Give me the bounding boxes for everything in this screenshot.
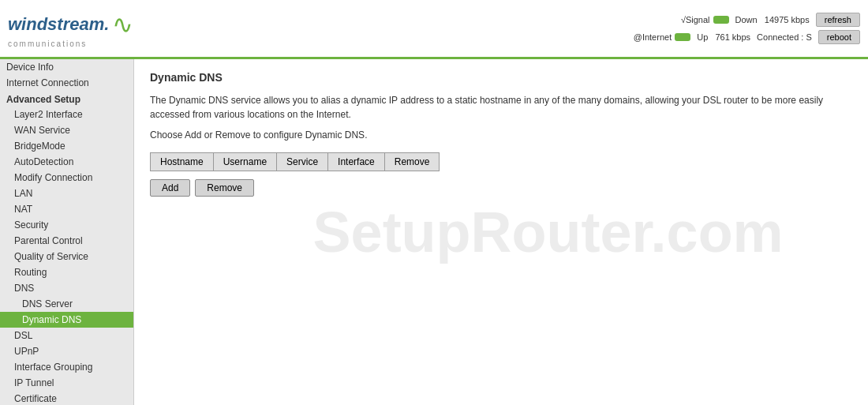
col-interface: Interface bbox=[328, 153, 385, 171]
up-label: Up bbox=[697, 32, 708, 42]
internet-label: @Internet bbox=[634, 32, 672, 42]
sidebar-item-internet-connection[interactable]: Internet Connection bbox=[0, 75, 133, 91]
page-title: Dynamic DNS bbox=[150, 71, 852, 84]
signal-dot bbox=[713, 16, 729, 24]
logo-text: windstream. bbox=[8, 14, 109, 35]
down-speed: 14975 kbps bbox=[765, 15, 810, 24]
sidebar-item-layer2[interactable]: Layer2 Interface bbox=[0, 107, 133, 122]
dns-table: Hostname Username Service Interface Remo… bbox=[150, 152, 440, 171]
internet-dot bbox=[675, 33, 690, 41]
sidebar-item-device-info[interactable]: Device Info bbox=[0, 59, 133, 75]
header-right: √Signal Down 14975 kbps refresh @Interne… bbox=[634, 13, 860, 44]
signal-status: √Signal bbox=[681, 15, 729, 24]
sidebar-section-advanced: Advanced Setup bbox=[0, 91, 133, 107]
sidebar-item-qos[interactable]: Quality of Service bbox=[0, 249, 133, 264]
sidebar-item-wan[interactable]: WAN Service bbox=[0, 122, 133, 138]
add-button[interactable]: Add bbox=[150, 179, 190, 197]
sidebar-item-dsl[interactable]: DSL bbox=[0, 328, 133, 343]
sidebar-item-bridgemode[interactable]: BridgeMode bbox=[0, 138, 133, 154]
sidebar-item-certificate[interactable]: Certificate bbox=[0, 391, 133, 405]
down-label: Down bbox=[735, 15, 758, 24]
sidebar: Device Info Internet Connection Advanced… bbox=[0, 59, 134, 405]
internet-status: @Internet bbox=[634, 32, 690, 42]
speed-info: Down 14975 kbps bbox=[735, 15, 810, 24]
logo-sub: communications bbox=[8, 39, 87, 48]
col-service: Service bbox=[277, 153, 328, 171]
header: windstream. ∿ communications √Signal Dow… bbox=[0, 0, 868, 59]
sidebar-item-security[interactable]: Security bbox=[0, 217, 133, 233]
sidebar-item-autodetection[interactable]: AutoDetection bbox=[0, 154, 133, 170]
sidebar-item-modify-connection[interactable]: Modify Connection bbox=[0, 170, 133, 186]
sidebar-item-upnp[interactable]: UPnP bbox=[0, 343, 133, 359]
layout: Device Info Internet Connection Advanced… bbox=[0, 59, 868, 405]
sidebar-item-parental-control[interactable]: Parental Control bbox=[0, 233, 133, 249]
logo-area: windstream. ∿ communications bbox=[8, 9, 133, 48]
sidebar-item-dns[interactable]: DNS bbox=[0, 280, 133, 296]
speed-info-2: Up 761 kbps bbox=[697, 32, 750, 42]
sidebar-item-routing[interactable]: Routing bbox=[0, 264, 133, 280]
reboot-button[interactable]: reboot bbox=[818, 30, 860, 44]
up-speed: 761 kbps bbox=[715, 32, 750, 42]
sidebar-item-dynamic-dns[interactable]: Dynamic DNS bbox=[0, 312, 133, 328]
sidebar-item-nat[interactable]: NAT bbox=[0, 201, 133, 217]
main-content: SetupRouter.com Dynamic DNS The Dynamic … bbox=[134, 59, 868, 405]
instruction-text: Choose Add or Remove to configure Dynami… bbox=[150, 129, 852, 141]
signal-label: √Signal bbox=[681, 15, 710, 24]
watermark: SetupRouter.com bbox=[313, 200, 784, 264]
remove-button[interactable]: Remove bbox=[195, 179, 254, 197]
col-remove: Remove bbox=[384, 153, 440, 171]
sidebar-item-lan[interactable]: LAN bbox=[0, 186, 133, 201]
button-row: Add Remove bbox=[150, 179, 852, 197]
connected-status: Connected : S bbox=[757, 32, 812, 42]
col-username: Username bbox=[213, 153, 276, 171]
logo-wave-icon: ∿ bbox=[112, 9, 133, 39]
status-row-top: √Signal Down 14975 kbps refresh bbox=[681, 13, 860, 27]
refresh-button[interactable]: refresh bbox=[816, 13, 860, 27]
sidebar-item-ip-tunnel[interactable]: IP Tunnel bbox=[0, 375, 133, 391]
sidebar-item-dns-server[interactable]: DNS Server bbox=[0, 296, 133, 312]
col-hostname: Hostname bbox=[151, 153, 214, 171]
status-row-bottom: @Internet Up 761 kbps Connected : S rebo… bbox=[634, 30, 860, 44]
sidebar-item-interface-grouping[interactable]: Interface Grouping bbox=[0, 359, 133, 375]
description-text: The Dynamic DNS service allows you to al… bbox=[150, 93, 852, 122]
